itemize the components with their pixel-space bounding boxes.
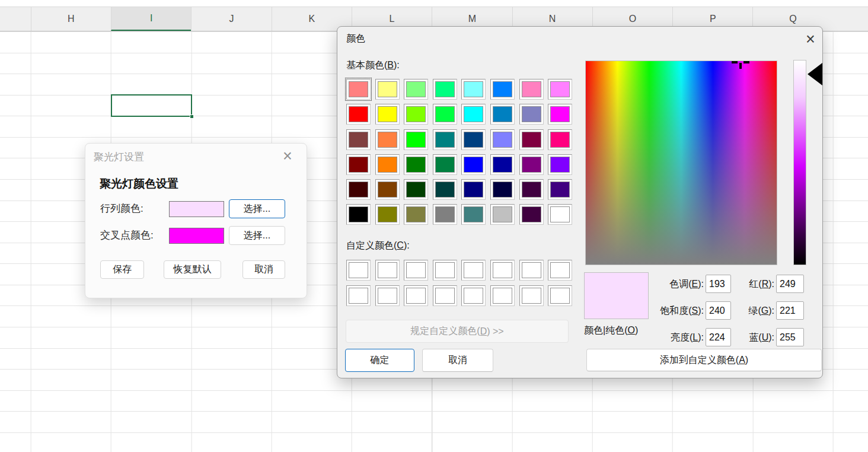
basic-color-swatch[interactable] xyxy=(375,129,400,150)
basic-color-swatch[interactable] xyxy=(375,104,400,125)
basic-color-swatch[interactable] xyxy=(346,104,371,125)
add-to-custom-colors-button[interactable]: 添加到自定义颜色(A) xyxy=(586,349,822,371)
basic-color-swatch[interactable] xyxy=(346,79,371,100)
hue-saturation-field[interactable] xyxy=(585,61,777,265)
basic-color-swatch[interactable] xyxy=(490,154,515,175)
basic-color-swatch[interactable] xyxy=(433,204,457,225)
basic-color-swatch[interactable] xyxy=(461,179,486,200)
basic-color-swatch[interactable] xyxy=(375,179,400,200)
column-header-J[interactable]: J xyxy=(191,7,271,31)
basic-color-swatch[interactable] xyxy=(490,104,515,125)
basic-color-swatch[interactable] xyxy=(519,204,544,225)
basic-color-swatch[interactable] xyxy=(404,104,428,125)
basic-color-swatch[interactable] xyxy=(548,104,572,125)
blue-input[interactable] xyxy=(776,328,804,346)
row-column-color-label: 行列颜色: xyxy=(100,202,143,215)
custom-color-swatch[interactable] xyxy=(461,260,486,281)
column-header-H[interactable]: H xyxy=(31,7,111,31)
basic-color-swatch[interactable] xyxy=(461,204,486,225)
green-input[interactable] xyxy=(776,301,804,320)
define-custom-colors-button[interactable]: 规定自定义颜色(D) >> xyxy=(346,320,569,343)
choose-row-column-color-button[interactable]: 选择... xyxy=(229,199,285,218)
custom-color-swatch[interactable] xyxy=(404,260,428,281)
basic-color-swatch[interactable] xyxy=(461,104,486,125)
basic-color-swatch[interactable] xyxy=(461,129,486,150)
basic-color-swatch[interactable] xyxy=(461,154,486,175)
basic-color-swatch[interactable] xyxy=(404,154,428,175)
basic-color-swatch[interactable] xyxy=(519,179,544,200)
basic-color-swatch[interactable] xyxy=(404,79,428,100)
basic-color-swatch[interactable] xyxy=(404,179,428,200)
basic-color-swatch[interactable] xyxy=(433,129,457,150)
cancel-button[interactable]: 取消 xyxy=(242,260,285,279)
red-input[interactable] xyxy=(776,275,804,293)
row-column-color-swatch[interactable] xyxy=(169,201,224,217)
custom-color-swatch[interactable] xyxy=(548,260,572,281)
ok-button[interactable]: 确定 xyxy=(345,349,414,372)
custom-color-swatch[interactable] xyxy=(519,260,544,281)
green-label: 绿(G): xyxy=(721,305,774,317)
custom-color-swatch[interactable] xyxy=(375,260,400,281)
basic-color-swatch[interactable] xyxy=(346,129,371,150)
basic-color-swatch[interactable] xyxy=(548,129,572,150)
custom-color-swatch[interactable] xyxy=(433,260,457,281)
cancel-button[interactable]: 取消 xyxy=(422,349,493,372)
custom-color-swatch[interactable] xyxy=(375,285,400,306)
basic-color-swatch[interactable] xyxy=(433,154,457,175)
custom-color-swatch[interactable] xyxy=(490,285,515,306)
basic-colors-label: 基本颜色(B): xyxy=(346,59,400,72)
intersection-color-swatch[interactable] xyxy=(169,228,224,244)
basic-color-swatch[interactable] xyxy=(490,204,515,225)
basic-color-swatch[interactable] xyxy=(433,179,457,200)
basic-color-swatch[interactable] xyxy=(519,104,544,125)
basic-color-swatch[interactable] xyxy=(519,79,544,100)
crosshair-marker xyxy=(743,61,749,63)
red-label: 红(R): xyxy=(721,278,774,291)
custom-color-swatch[interactable] xyxy=(548,285,572,306)
ribbon-bottom-strip xyxy=(0,0,868,7)
custom-color-swatch[interactable] xyxy=(461,285,486,306)
custom-color-swatch[interactable] xyxy=(519,285,544,306)
save-button[interactable]: 保存 xyxy=(100,260,144,279)
luminance-arrow[interactable] xyxy=(808,63,822,85)
choose-intersection-color-button[interactable]: 选择... xyxy=(229,226,285,245)
basic-color-swatch[interactable] xyxy=(490,79,515,100)
basic-color-swatch[interactable] xyxy=(548,79,572,100)
basic-color-swatch[interactable] xyxy=(375,79,400,100)
section-heading: 聚光灯颜色设置 xyxy=(100,176,178,192)
luminance-slider[interactable] xyxy=(793,60,806,265)
custom-color-swatch[interactable] xyxy=(490,260,515,281)
restore-default-button[interactable]: 恢复默认 xyxy=(164,260,221,279)
basic-color-swatch[interactable] xyxy=(519,129,544,150)
close-icon[interactable]: × xyxy=(804,33,817,46)
basic-color-swatch[interactable] xyxy=(346,204,371,225)
basic-color-swatch[interactable] xyxy=(375,154,400,175)
basic-color-swatch[interactable] xyxy=(461,79,486,100)
luminance-label: 亮度(L): xyxy=(622,332,704,344)
basic-color-swatch[interactable] xyxy=(404,204,428,225)
basic-color-swatch[interactable] xyxy=(346,154,371,175)
basic-color-swatch[interactable] xyxy=(433,79,457,100)
column-header-I[interactable]: I xyxy=(111,7,191,31)
fill-handle[interactable] xyxy=(190,114,194,119)
basic-color-swatch[interactable] xyxy=(548,154,572,175)
custom-color-swatch[interactable] xyxy=(346,285,371,306)
custom-color-swatch[interactable] xyxy=(404,285,428,306)
basic-color-swatch[interactable] xyxy=(548,179,572,200)
basic-color-swatch[interactable] xyxy=(404,129,428,150)
basic-color-swatch[interactable] xyxy=(346,179,371,200)
crosshair-marker xyxy=(732,61,738,63)
custom-color-swatch[interactable] xyxy=(433,285,457,306)
close-icon[interactable]: × xyxy=(281,149,294,163)
basic-color-swatch[interactable] xyxy=(490,129,515,150)
spotlight-settings-dialog: 聚光灯设置 × 聚光灯颜色设置 行列颜色: 选择... 交叉点颜色: 选择...… xyxy=(85,143,307,298)
active-cell-selection xyxy=(111,94,192,117)
custom-color-swatch[interactable] xyxy=(346,260,371,281)
basic-color-swatch[interactable] xyxy=(490,179,515,200)
blue-label: 蓝(U): xyxy=(721,332,774,344)
basic-color-swatch[interactable] xyxy=(433,104,457,125)
basic-color-swatch[interactable] xyxy=(375,204,400,225)
basic-color-swatch[interactable] xyxy=(548,204,572,225)
hue-label: 色调(E): xyxy=(622,278,704,291)
basic-color-swatch[interactable] xyxy=(519,154,544,175)
